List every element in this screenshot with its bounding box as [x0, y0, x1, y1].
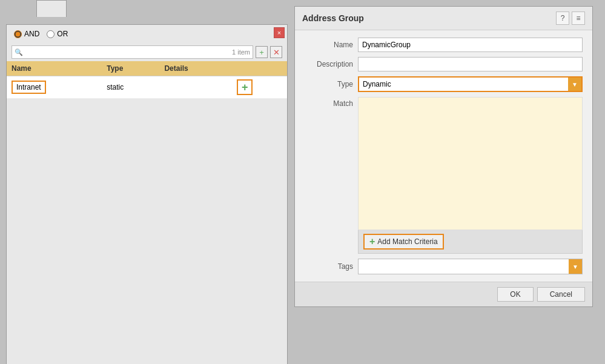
- search-icon: 🔍: [15, 48, 23, 56]
- name-input[interactable]: [358, 38, 583, 52]
- type-dropdown-arrow[interactable]: ▼: [568, 78, 581, 91]
- remove-entry-button[interactable]: ✕: [270, 46, 282, 58]
- tags-row: Tags ▼: [305, 259, 583, 274]
- or-radio-group[interactable]: OR: [47, 30, 68, 38]
- tags-select-text: [359, 265, 569, 268]
- table-container: Name Type Details Intranet static: [7, 61, 287, 364]
- table-row: Intranet static +: [7, 76, 287, 99]
- dialog-title: Address Group: [302, 13, 364, 23]
- dialog-header: Address Group ? ≡: [295, 7, 592, 30]
- row-action-cell: +: [232, 76, 287, 99]
- type-row: Type Dynamic ▼: [305, 76, 583, 92]
- match-content: + Add Match Criteria: [358, 97, 583, 254]
- tags-label: Tags: [305, 262, 353, 271]
- dialog-header-icons: ? ≡: [556, 12, 585, 25]
- type-select[interactable]: Dynamic ▼: [358, 76, 583, 92]
- row-details-cell: [159, 76, 232, 99]
- menu-button[interactable]: ≡: [572, 12, 585, 25]
- and-radio-group[interactable]: AND: [14, 30, 39, 38]
- name-label: Name: [305, 41, 353, 49]
- name-row: Name: [305, 38, 583, 52]
- item-count: 1 item: [232, 48, 250, 56]
- add-match-plus-icon: +: [369, 237, 375, 247]
- cancel-button[interactable]: Cancel: [537, 287, 585, 302]
- table-header-row: Name Type Details: [7, 61, 287, 76]
- and-radio[interactable]: [14, 30, 22, 38]
- tags-select[interactable]: ▼: [358, 259, 583, 274]
- row-name-cell: Intranet: [7, 76, 102, 99]
- col-action: [232, 61, 287, 76]
- description-row: Description: [305, 57, 583, 71]
- help-icon: ?: [561, 14, 565, 22]
- match-area: Match + Add Match Criteria: [305, 97, 583, 254]
- description-label: Description: [305, 60, 353, 68]
- match-label: Match: [305, 97, 353, 108]
- add-entry-button[interactable]: +: [256, 46, 268, 58]
- col-type: Type: [102, 61, 159, 76]
- dialog-body: Name Description Type Dynamic ▼ Match: [295, 30, 592, 282]
- match-textarea[interactable]: [358, 97, 583, 230]
- col-name: Name: [7, 61, 102, 76]
- type-select-text: Dynamic: [359, 79, 568, 90]
- and-label: AND: [24, 30, 39, 38]
- type-label: Type: [305, 80, 353, 88]
- description-input[interactable]: [358, 57, 583, 71]
- entries-table: Name Type Details Intranet static: [7, 61, 287, 99]
- search-input[interactable]: [24, 48, 232, 56]
- dialog-footer: OK Cancel: [295, 282, 592, 306]
- help-button[interactable]: ?: [556, 12, 569, 25]
- radio-row: AND OR: [7, 25, 287, 43]
- tags-dropdown-arrow[interactable]: ▼: [569, 259, 582, 274]
- col-details: Details: [159, 61, 232, 76]
- row-add-button[interactable]: +: [237, 79, 253, 95]
- add-match-criteria-button[interactable]: + Add Match Criteria: [363, 234, 444, 250]
- ok-button[interactable]: OK: [497, 287, 533, 302]
- search-bar: 🔍 1 item + ✕: [7, 43, 287, 61]
- match-footer: + Add Match Criteria: [358, 230, 583, 254]
- search-input-wrap: 🔍 1 item: [12, 45, 253, 59]
- row-type-cell: static: [102, 76, 159, 99]
- menu-icon: ≡: [576, 14, 580, 22]
- intranet-tag: Intranet: [12, 81, 46, 94]
- left-panel: × AND OR 🔍 1 item + ✕: [6, 24, 288, 364]
- close-button[interactable]: ×: [274, 27, 285, 38]
- or-radio[interactable]: [47, 30, 55, 38]
- or-label: OR: [57, 30, 68, 38]
- address-group-dialog: Address Group ? ≡ Name Description: [294, 6, 593, 307]
- add-match-label: Add Match Criteria: [377, 237, 437, 246]
